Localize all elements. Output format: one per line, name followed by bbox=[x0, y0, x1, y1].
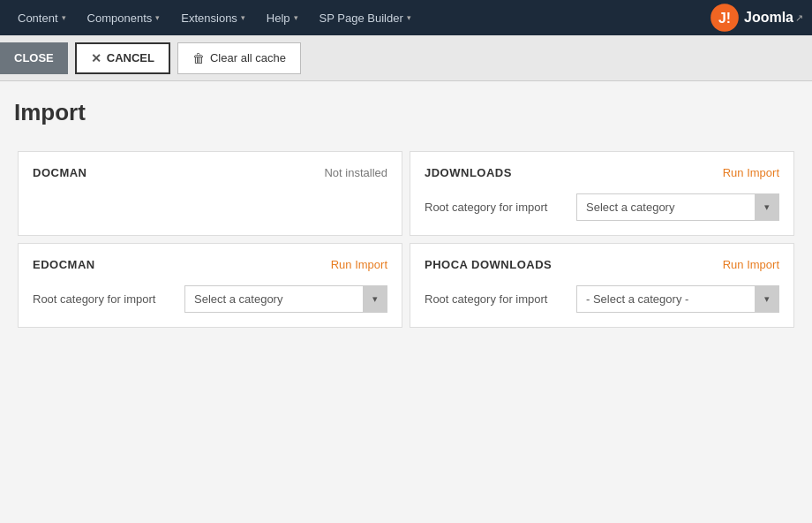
nav-extensions[interactable]: Extensions ▾ bbox=[172, 0, 254, 35]
nav-content[interactable]: Content ▾ bbox=[9, 0, 75, 35]
docman-status: Not installed bbox=[324, 166, 387, 179]
joomla-text: Joomla bbox=[744, 10, 793, 26]
nav-help-arrow: ▾ bbox=[294, 13, 298, 22]
jdownloads-header: JDOWNLOADS Run Import bbox=[425, 166, 779, 179]
edocman-field-label: Root category for import bbox=[33, 292, 174, 306]
nav-components[interactable]: Components ▾ bbox=[79, 0, 169, 35]
joomla-logo: J! Joomla ↗ bbox=[709, 2, 803, 34]
section-jdownloads: JDOWNLOADS Run Import Root category for … bbox=[410, 151, 794, 236]
cancel-label: CANCEL bbox=[107, 51, 154, 64]
edocman-field-row: Root category for import Select a catego… bbox=[33, 285, 387, 313]
jdownloads-category-select[interactable]: Select a category bbox=[576, 193, 779, 221]
nav-help[interactable]: Help ▾ bbox=[258, 0, 307, 35]
phoca-run-import[interactable]: Run Import bbox=[723, 258, 779, 271]
jdownloads-select-wrapper: Select a category ▾ bbox=[576, 193, 779, 221]
phoca-title: PHOCA DOWNLOADS bbox=[425, 258, 552, 271]
edocman-select-wrapper: Select a category ▾ bbox=[184, 285, 387, 313]
edocman-run-import[interactable]: Run Import bbox=[331, 258, 387, 271]
section-edocman: EDOCMAN Run Import Root category for imp… bbox=[18, 243, 402, 328]
page-title: Import bbox=[14, 99, 798, 126]
section-docman: Docman Not installed bbox=[18, 151, 402, 236]
nav-components-arrow: ▾ bbox=[155, 13, 160, 22]
nav-extensions-label: Extensions bbox=[181, 11, 237, 25]
svg-text:J!: J! bbox=[718, 11, 731, 26]
trash-icon: 🗑 bbox=[192, 51, 205, 65]
jdownloads-title: JDOWNLOADS bbox=[425, 166, 512, 179]
edocman-title: EDOCMAN bbox=[33, 258, 95, 271]
nav-sp-label: SP Page Builder bbox=[320, 11, 403, 25]
nav-content-label: Content bbox=[18, 11, 58, 25]
phoca-category-select[interactable]: - Select a category - bbox=[576, 285, 779, 313]
external-link-icon: ↗ bbox=[795, 12, 803, 24]
joomla-logo-icon: J! bbox=[709, 2, 741, 34]
navbar: Content ▾ Components ▾ Extensions ▾ Help… bbox=[0, 0, 812, 35]
phoca-field-row: Root category for import - Select a cate… bbox=[425, 285, 779, 313]
cancel-button[interactable]: ✕ CANCEL bbox=[75, 42, 170, 74]
jdownloads-run-import[interactable]: Run Import bbox=[723, 166, 779, 179]
nav-sp-arrow: ▾ bbox=[407, 13, 411, 22]
navbar-left: Content ▾ Components ▾ Extensions ▾ Help… bbox=[9, 0, 420, 35]
clear-cache-label: Clear all cache bbox=[210, 51, 286, 64]
close-button[interactable]: CLOSE bbox=[0, 42, 68, 74]
main-content: Import Docman Not installed JDOWNLOADS R… bbox=[0, 81, 812, 349]
jdownloads-field-label: Root category for import bbox=[425, 201, 566, 214]
edocman-category-select[interactable]: Select a category bbox=[184, 285, 387, 313]
clear-cache-button[interactable]: 🗑 Clear all cache bbox=[177, 42, 301, 74]
jdownloads-field-row: Root category for import Select a catego… bbox=[425, 193, 779, 221]
navbar-right: J! Joomla ↗ bbox=[709, 2, 803, 34]
nav-components-label: Components bbox=[87, 11, 153, 25]
sections-grid: Docman Not installed JDOWNLOADS Run Impo… bbox=[14, 148, 798, 331]
phoca-select-wrapper: - Select a category - ▾ bbox=[576, 285, 779, 313]
nav-content-arrow: ▾ bbox=[62, 13, 66, 22]
section-phoca-downloads: PHOCA DOWNLOADS Run Import Root category… bbox=[410, 243, 794, 328]
nav-help-label: Help bbox=[267, 11, 290, 25]
nav-sp-page-builder[interactable]: SP Page Builder ▾ bbox=[311, 0, 420, 35]
phoca-field-label: Root category for import bbox=[425, 292, 566, 306]
docman-header: Docman Not installed bbox=[33, 166, 387, 179]
cancel-x-icon: ✕ bbox=[91, 51, 102, 65]
docman-title: Docman bbox=[33, 166, 87, 179]
nav-extensions-arrow: ▾ bbox=[241, 13, 245, 22]
phoca-header: PHOCA DOWNLOADS Run Import bbox=[425, 258, 779, 271]
edocman-header: EDOCMAN Run Import bbox=[33, 258, 387, 271]
toolbar: CLOSE ✕ CANCEL 🗑 Clear all cache bbox=[0, 35, 812, 81]
